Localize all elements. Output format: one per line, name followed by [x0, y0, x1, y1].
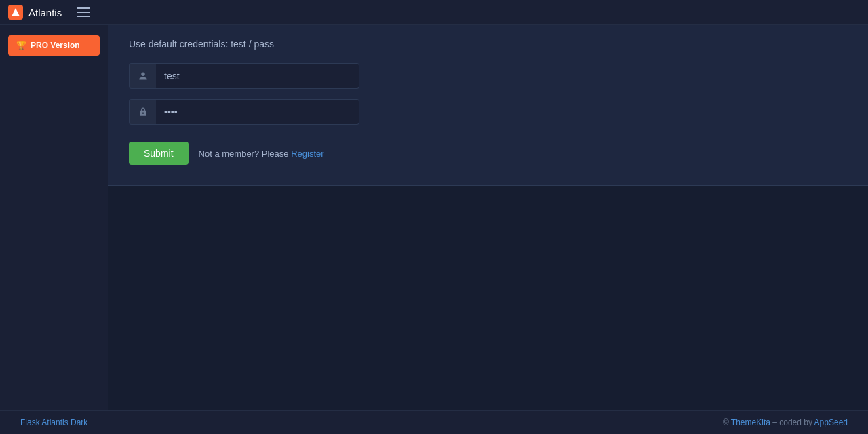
hamburger-line-2	[77, 12, 90, 13]
hamburger-line-1	[77, 7, 90, 9]
main-content: Use default credentials: test / pass	[108, 25, 868, 410]
password-icon	[129, 99, 156, 125]
footer-copyright: ©	[723, 418, 731, 427]
navbar: Atlantis	[0, 0, 868, 25]
brand-link[interactable]: Atlantis	[8, 5, 62, 20]
password-form-group	[129, 99, 366, 125]
sidebar: 🏆 PRO Version	[0, 25, 108, 410]
brand-logo-icon	[8, 5, 23, 20]
credentials-hint: Use default credentials: test / pass	[129, 39, 848, 50]
form-actions: Submit Not a member? Please Register	[129, 135, 848, 172]
footer-themekita-link[interactable]: ThemeKita	[731, 418, 770, 427]
password-input[interactable]	[156, 99, 359, 125]
register-prompt-text: Not a member? Please	[199, 149, 289, 159]
brand-name: Atlantis	[28, 7, 62, 18]
hamburger-line-3	[77, 16, 90, 17]
brand-logo-triangle	[12, 8, 20, 16]
footer-brand-link[interactable]: Flask Atlantis Dark	[20, 418, 87, 427]
pro-version-label: PRO Version	[31, 41, 80, 50]
register-prompt: Not a member? Please Register	[199, 149, 324, 159]
footer-bar: Flask Atlantis Dark © ThemeKita – coded …	[0, 410, 868, 434]
login-card: Use default credentials: test / pass	[108, 25, 868, 186]
register-link[interactable]: Register	[291, 149, 323, 159]
username-form-group	[129, 63, 366, 89]
footer-appseed-link[interactable]: AppSeed	[814, 418, 848, 427]
hamburger-menu-button[interactable]	[75, 6, 92, 18]
submit-button[interactable]: Submit	[129, 142, 189, 165]
footer-right: © ThemeKita – coded by AppSeed	[723, 418, 848, 427]
dark-area	[108, 186, 868, 410]
footer-left: Flask Atlantis Dark	[20, 418, 87, 427]
username-icon	[129, 63, 156, 89]
username-input[interactable]	[156, 63, 359, 89]
footer-separator: – coded by	[770, 418, 814, 427]
pro-version-button[interactable]: 🏆 PRO Version	[8, 35, 100, 56]
pro-version-icon: 🏆	[16, 41, 26, 50]
main-layout: 🏆 PRO Version Use default credentials: t…	[0, 25, 868, 410]
